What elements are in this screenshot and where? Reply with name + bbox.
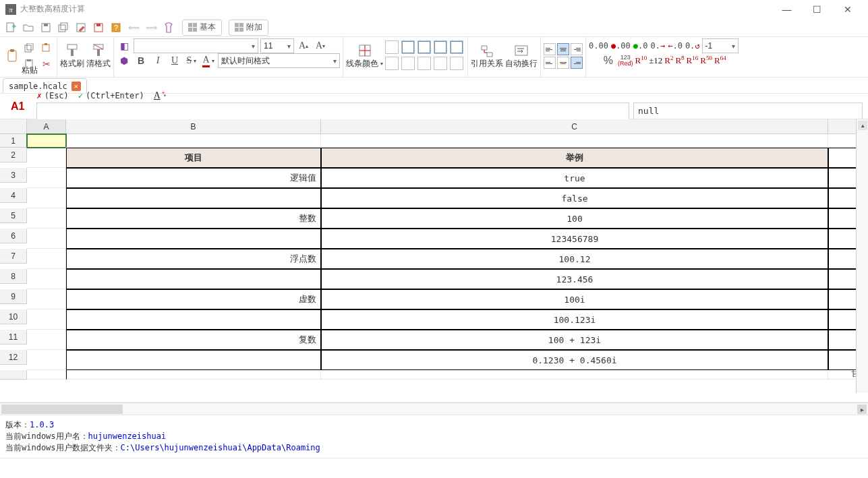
row-header[interactable]: 7 <box>0 249 27 264</box>
save-all-icon[interactable] <box>57 21 70 34</box>
row-header[interactable]: 2 <box>0 148 27 162</box>
cell[interactable] <box>27 269 66 289</box>
row-header[interactable]: 9 <box>0 289 27 304</box>
percent-button[interactable]: % <box>601 53 616 68</box>
undo-icon[interactable]: ⟸ <box>127 21 140 34</box>
italic-button[interactable]: I <box>150 53 165 68</box>
cell[interactable] <box>27 208 66 229</box>
cell-C10[interactable]: 100.123i <box>321 309 828 330</box>
redo-icon[interactable]: ⟹ <box>144 21 158 34</box>
view-tab-basic[interactable]: 基本 <box>182 20 222 36</box>
paste-special-icon[interactable] <box>22 57 37 71</box>
line-color-icon[interactable] <box>357 43 372 58</box>
save-icon[interactable] <box>39 21 53 34</box>
cell-B4[interactable] <box>66 188 321 208</box>
cell[interactable] <box>321 370 828 380</box>
cell[interactable] <box>27 330 66 350</box>
r10-button[interactable]: R10 <box>635 55 647 66</box>
cancel-edit-button[interactable]: ✗(Esc) <box>36 91 68 100</box>
cell-C5[interactable]: 100 <box>321 208 828 229</box>
cell-B3[interactable]: 逻辑值 <box>66 168 321 188</box>
cell-C2[interactable]: 举例 <box>321 148 828 168</box>
r16-button[interactable]: R16 <box>687 55 699 66</box>
cell-B6[interactable] <box>66 229 321 249</box>
cell[interactable] <box>27 188 66 208</box>
cut-icon[interactable]: ✂ <box>39 57 54 71</box>
row-header[interactable]: 6 <box>0 229 27 243</box>
row-header[interactable] <box>0 370 27 380</box>
underline-button[interactable]: U <box>167 53 182 68</box>
row-header[interactable]: 4 <box>0 188 27 203</box>
increase-font-icon[interactable]: A▴ <box>296 38 311 53</box>
r8-button[interactable]: R8 <box>675 55 684 66</box>
r64-button[interactable]: R64 <box>714 55 726 66</box>
cell-C7[interactable]: 100.12 <box>321 249 828 269</box>
cell[interactable] <box>27 168 66 188</box>
theme-icon[interactable]: ◧ <box>117 38 132 53</box>
fmt1[interactable]: 0.00 <box>589 41 608 51</box>
maximize-button[interactable]: ☐ <box>802 0 832 18</box>
number-format-combo[interactable]: -1▾ <box>702 38 739 53</box>
cell[interactable] <box>27 350 66 370</box>
cell-C1[interactable] <box>321 134 828 148</box>
cell-C12[interactable]: 0.1230 + 0.4560i <box>321 350 828 370</box>
time-format-combo[interactable]: 默认时间格式▾ <box>218 53 340 68</box>
fmt4[interactable]: 0.→ <box>651 41 666 51</box>
row-header[interactable]: 3 <box>0 168 27 183</box>
cell-A2[interactable] <box>27 148 66 168</box>
cell-B1[interactable] <box>66 134 321 148</box>
row-header[interactable]: 12 <box>0 350 27 365</box>
cell-B5[interactable]: 整数 <box>66 208 321 229</box>
border-preset-grid[interactable] <box>385 40 465 71</box>
col-header-A[interactable]: A <box>27 119 66 134</box>
cell-B11[interactable]: 复数 <box>66 330 321 350</box>
cell-B8[interactable] <box>66 269 321 289</box>
tshirt-icon[interactable] <box>162 21 175 34</box>
row-header[interactable]: 10 <box>0 309 27 324</box>
cell-C8[interactable]: 123.456 <box>321 269 828 289</box>
cell[interactable] <box>27 249 66 269</box>
horizontal-scrollbar[interactable]: ▸ <box>0 402 868 415</box>
save-red-icon[interactable] <box>92 21 105 34</box>
copy-icon[interactable] <box>22 40 37 55</box>
col-header-B[interactable]: B <box>66 119 321 134</box>
font-size-combo[interactable]: 11▾ <box>260 38 294 53</box>
font-color-button[interactable]: A▾ <box>201 53 216 68</box>
vertical-scrollbar[interactable]: ▴ <box>856 119 868 393</box>
cell[interactable] <box>27 370 66 380</box>
copy-format-icon[interactable] <box>39 40 54 55</box>
format-edit-button[interactable]: A+ ▾ <box>154 90 167 101</box>
paste-icon[interactable] <box>5 49 20 63</box>
font-combo[interactable]: ▾ <box>134 38 258 53</box>
format-painter-icon[interactable] <box>65 43 80 58</box>
cell-B10[interactable] <box>66 309 321 330</box>
row-header[interactable]: 1 <box>0 134 27 148</box>
help-icon[interactable]: ? <box>109 21 123 34</box>
r123-button[interactable]: 123(Red) <box>618 53 633 68</box>
cell-C11[interactable]: 100 + 123i <box>321 330 828 350</box>
reference-icon[interactable] <box>480 43 494 58</box>
close-tab-icon[interactable]: ✕ <box>71 82 81 91</box>
r2-button[interactable]: R2 <box>664 55 673 66</box>
row-header[interactable]: 11 <box>0 330 27 345</box>
clear-format-icon[interactable] <box>91 43 106 58</box>
new-icon[interactable] <box>4 21 18 34</box>
fmt6[interactable]: 0.↺ <box>685 41 700 51</box>
open-icon[interactable] <box>22 21 35 34</box>
save-as-icon[interactable] <box>74 21 88 34</box>
col-header-C[interactable]: C <box>321 119 828 134</box>
cell[interactable] <box>27 309 66 330</box>
cell-B12[interactable] <box>66 350 321 370</box>
cell-C4[interactable]: false <box>321 188 828 208</box>
confirm-edit-button[interactable]: ✓(Ctrl+Enter) <box>78 91 144 100</box>
strikethrough-button[interactable]: S▾ <box>184 53 199 68</box>
select-all-corner[interactable] <box>0 119 27 134</box>
cell[interactable] <box>66 370 321 380</box>
view-tab-extra[interactable]: 附加 <box>229 20 268 36</box>
fmt5[interactable]: ←.0 <box>668 41 683 51</box>
row-header[interactable]: 5 <box>0 208 27 223</box>
cell[interactable] <box>27 289 66 309</box>
cell-B2[interactable]: 项目 <box>66 148 321 168</box>
line-color-label[interactable]: 线条颜色 ▾ <box>346 58 383 69</box>
cell-B9[interactable]: 虚数 <box>66 289 321 309</box>
